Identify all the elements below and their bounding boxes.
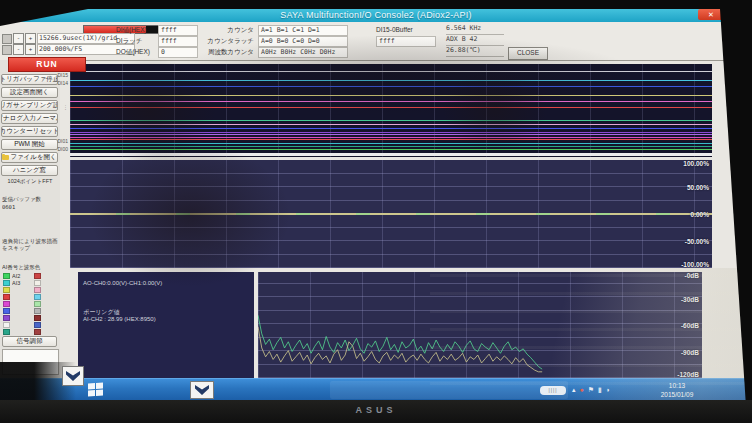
counter-latch-value: A=0 B=0 C=0 D=0: [258, 36, 348, 47]
tray-icon-2[interactable]: ●: [580, 384, 584, 396]
sidebar-button-1[interactable]: トリガバッファ停止: [1, 74, 58, 85]
legend-swatch: [34, 308, 41, 314]
sidebar-button-6[interactable]: PWM 開始: [1, 139, 58, 150]
digital-signal-line: [70, 132, 712, 133]
amplitude-scale-icon: [2, 45, 12, 55]
sidebar-button-label: トリガバッファ停止: [1, 75, 58, 84]
time-scale-icon: [2, 34, 12, 44]
close-icon[interactable]: ✕: [698, 9, 724, 20]
legend-row: [0, 300, 60, 307]
sidebar-button-2[interactable]: 設定画面開く: [1, 87, 58, 98]
clock-time: 10:13: [648, 381, 706, 390]
taskbar-app-icon[interactable]: [190, 381, 214, 399]
amplitude-scale-plus-button[interactable]: +: [25, 44, 36, 55]
di-latch-label: DIラッチ: [116, 37, 142, 46]
tray-icon-1[interactable]: ▴: [572, 384, 576, 396]
analog-waveform-chart: 100.00%50.00%0.00%-50.00%-100.00%: [70, 160, 712, 268]
di-value-label: DI値(HEX): [116, 26, 147, 35]
digital-signal-line: [70, 80, 712, 81]
sample-rate-value: 6.564 KHz: [446, 24, 504, 35]
sidebar-button-8[interactable]: ハニング窓: [1, 165, 58, 176]
legend-swatch: [3, 322, 10, 328]
output-info-panel: AO-CH0:0.00(V)-CH1:0.00(V) ポーリング値 AI-CH2…: [78, 272, 254, 378]
time-scale-minus-button[interactable]: -: [13, 33, 24, 44]
tray-icon-4[interactable]: ▮: [598, 384, 602, 396]
digital-signal-line: [70, 95, 712, 96]
axis-label: -60dB: [681, 322, 699, 329]
rx-buffer-label: 受信バッファ数: [2, 196, 58, 203]
axis-label: -100.00%: [681, 261, 709, 268]
legend-row: [0, 293, 60, 300]
legend-row: AI3: [0, 279, 60, 286]
legend-swatch: [3, 287, 10, 293]
app-logo-icon: [195, 385, 209, 395]
sidebar-button-label: ハニング窓: [13, 166, 46, 175]
laptop-photo: SAYA MultifunctionI/O Console2 (ADiox2-A…: [0, 0, 752, 423]
device-id-value: ADX B 42: [446, 35, 504, 46]
laptop-brand-logo: ASUS: [355, 405, 396, 415]
freq-counter-value: A0Hz B0Hz C0Hz D0Hz: [258, 47, 348, 58]
application-window: SAYA MultifunctionI/O Console2 (ADiox2-A…: [0, 8, 752, 400]
system-tray: ▴●⚑▮◗: [572, 384, 610, 396]
app-logo-icon: [66, 371, 80, 381]
sidebar-button-7[interactable]: ファイルを開く: [1, 152, 58, 163]
digital-signal-line: [70, 124, 712, 125]
legend-swatch: [34, 329, 41, 335]
sidebar-button-3[interactable]: トリガサンプリング設定: [1, 100, 58, 111]
sidebar-button-label: PWM 開始: [14, 140, 45, 149]
sidebar-button-label: アナログ入力ノーマル: [1, 114, 58, 123]
legend-channel-label: AI3: [12, 280, 31, 286]
close-button[interactable]: CLOSE: [508, 47, 548, 60]
taskbar-clock[interactable]: 10:13 2015/01/09: [648, 381, 706, 399]
sidebar-button-label: 設定画面開く: [10, 88, 49, 97]
windows-start-icon[interactable]: [88, 382, 103, 396]
di-channel-gutter: DI15DI14DI01DI00⋮: [52, 64, 69, 157]
polling-value: AI-CH2 : 28.99 (HEX:8950): [83, 316, 156, 322]
sidebar-button-4[interactable]: アナログ入力ノーマル: [1, 113, 58, 124]
di-buffer-value: ffff: [376, 36, 436, 47]
legend-row: AI2: [0, 272, 60, 279]
axis-label: 0.00%: [691, 211, 709, 218]
waveform-color-legend: AI2AI3: [0, 272, 60, 335]
legend-swatch: [3, 315, 10, 321]
di-channel-label: DI00: [57, 146, 68, 152]
legend-swatch: [34, 301, 41, 307]
legend-title: AI番号と波形色: [2, 264, 58, 271]
laptop-body: ASUS: [0, 400, 752, 423]
time-scale-plus-button[interactable]: +: [25, 33, 36, 44]
tray-meter-icon[interactable]: ||||: [540, 386, 566, 395]
folder-icon: [2, 155, 9, 160]
desktop-app-icon[interactable]: [62, 366, 84, 386]
signal-adjust-button[interactable]: 信号調節: [2, 336, 57, 347]
axis-label: -90dB: [681, 348, 699, 355]
fft-spectrum-chart: -0dB-30dB-60dB-90dB-120dB: [258, 272, 702, 378]
axis-label: -50.00%: [685, 238, 709, 245]
do-value-label: DO値(HEX): [116, 48, 150, 57]
rx-buffer-value: 0601: [2, 204, 58, 210]
legend-swatch: [3, 280, 10, 286]
legend-swatch: [34, 273, 41, 279]
legend-row: [0, 286, 60, 293]
axis-label: -0dB: [685, 272, 699, 279]
signal-list-box[interactable]: [2, 349, 59, 375]
digital-signal-line: [70, 143, 712, 144]
digital-signal-line: [70, 86, 712, 87]
amplitude-scale-minus-button[interactable]: -: [13, 44, 24, 55]
overload-note: 過負荷により波形描画をスキップ: [2, 238, 58, 254]
tray-icon-3[interactable]: ⚑: [588, 384, 594, 396]
di-channel-label: DI01: [57, 138, 68, 144]
legend-swatch: [34, 287, 41, 293]
sidebar-button-label: カウンターリセット: [1, 127, 58, 136]
run-button[interactable]: RUN: [8, 57, 86, 72]
di-buffer-label: DI15-0Buffer: [376, 26, 413, 33]
sidebar-button-label: トリガサンプリング設定: [1, 101, 58, 110]
digital-signal-line: [70, 137, 712, 138]
axis-label: -30dB: [681, 295, 699, 302]
analog-trace: [70, 213, 712, 215]
axis-label: 100.00%: [683, 160, 709, 167]
tray-icon-5[interactable]: ◗: [606, 384, 610, 396]
legend-row: [0, 307, 60, 314]
sidebar-button-5[interactable]: カウンターリセット: [1, 126, 58, 137]
counter-value: A=1 B=1 C=1 D=1: [258, 25, 348, 36]
taskbar-item[interactable]: [330, 381, 568, 399]
